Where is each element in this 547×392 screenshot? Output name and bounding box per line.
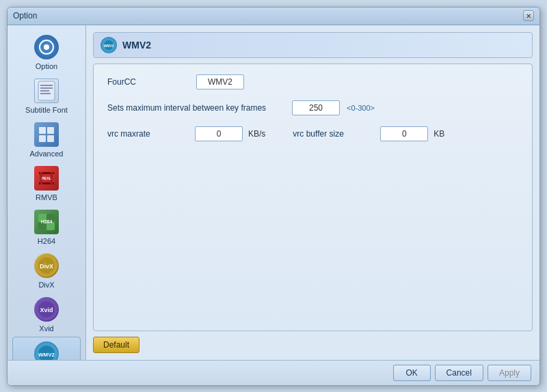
svg-rect-7	[39, 127, 46, 134]
option-icon	[34, 35, 59, 59]
svg-rect-10	[47, 135, 54, 142]
keyframe-label: Sets maximum interval between key frames	[107, 103, 285, 113]
vrc-buffersize-input[interactable]	[380, 126, 428, 141]
title-bar: Option ✕	[8, 8, 539, 25]
keyframe-row: Sets maximum interval between key frames…	[107, 100, 518, 115]
divx-icon: DivX	[34, 253, 59, 278]
rmvb-icon: REAL	[34, 166, 59, 191]
section-header-icon: WMV2	[101, 37, 117, 53]
sidebar-rmvb-label: RMVB	[36, 193, 57, 201]
bottom-bar: OK Cancel Apply	[8, 360, 539, 385]
ok-button[interactable]: OK	[393, 365, 431, 381]
sidebar-xvid-label: Xvid	[39, 324, 53, 333]
vrc-maxrate-label: vrc maxrate	[107, 129, 189, 139]
sidebar-item-advanced[interactable]: Advanced	[12, 118, 81, 160]
apply-button[interactable]: Apply	[488, 365, 531, 381]
cancel-button[interactable]: Cancel	[435, 365, 483, 381]
rmvb-icon-container: REAL	[33, 165, 60, 192]
fourcc-label: FourCC	[107, 77, 189, 87]
vrc-maxrate-group: vrc maxrate KB/s	[107, 126, 265, 141]
option-icon-container	[33, 33, 60, 61]
h264-icon: H264	[34, 210, 59, 234]
vrc-buffersize-label: vrc buffer size	[293, 129, 375, 139]
xvid-icon: Xvid	[34, 297, 59, 322]
svg-point-1	[44, 44, 49, 50]
sidebar-divx-label: DivX	[38, 281, 54, 289]
xvid-icon-container: Xvid	[33, 296, 60, 323]
default-button[interactable]: Default	[93, 337, 139, 353]
vrc-buffersize-unit: KB	[433, 129, 444, 139]
content-panel: FourCC Sets maximum interval between key…	[93, 64, 533, 331]
section-title: WMV2	[122, 40, 151, 51]
main-content: WMV2 WMV2 FourCC Sets maximum interval b…	[86, 25, 539, 360]
section-header: WMV2 WMV2	[93, 32, 533, 58]
sidebar-subtitle-label: Subtitle Font	[25, 106, 68, 114]
sidebar-item-h264[interactable]: H264 H264	[12, 206, 81, 248]
sidebar-item-subtitle-font[interactable]: Subtitle Font	[12, 74, 81, 117]
sidebar-item-option[interactable]: Option	[12, 31, 81, 73]
divx-icon-container: DivX	[33, 252, 60, 279]
h264-icon-container: H264	[33, 208, 60, 236]
svg-text:WMV2: WMV2	[104, 44, 114, 48]
sidebar-item-xvid[interactable]: Xvid Xvid	[12, 293, 81, 335]
advanced-icon	[34, 122, 59, 147]
wmv2-icon-container: WMV2	[33, 340, 60, 360]
svg-text:H264: H264	[41, 219, 53, 224]
vrc-maxrate-input[interactable]	[195, 126, 243, 141]
sidebar-option-label: Option	[36, 62, 57, 70]
keyframe-hint: <0-300>	[347, 104, 375, 112]
subtitle-icon	[34, 79, 59, 103]
svg-text:REAL: REAL	[42, 176, 51, 180]
sidebar: Option Subtitle Font	[8, 25, 86, 360]
svg-rect-8	[47, 127, 54, 134]
svg-text:WMV2: WMV2	[38, 352, 55, 358]
vrc-buffersize-group: vrc buffer size KB	[293, 126, 444, 141]
subtitle-icon-container	[33, 77, 60, 104]
advanced-icon-container	[33, 121, 60, 148]
vrc-maxrate-unit: KB/s	[248, 129, 265, 139]
fourcc-row: FourCC	[107, 74, 518, 89]
sidebar-item-wmv2[interactable]: WMV2 WMV2	[12, 337, 81, 360]
svg-rect-9	[39, 135, 46, 142]
default-row: Default	[93, 337, 533, 353]
sidebar-item-divx[interactable]: DivX DivX	[12, 249, 81, 292]
svg-text:DivX: DivX	[40, 263, 53, 270]
close-button[interactable]: ✕	[523, 10, 534, 21]
dialog-title: Option	[13, 11, 37, 20]
keyframe-input[interactable]	[292, 100, 340, 115]
sidebar-advanced-label: Advanced	[30, 150, 64, 158]
sidebar-h264-label: H264	[38, 237, 55, 245]
svg-text:Xvid: Xvid	[40, 307, 53, 313]
wmv2-icon: WMV2	[34, 341, 59, 360]
vrc-row: vrc maxrate KB/s vrc buffer size KB	[107, 126, 518, 141]
fourcc-input[interactable]	[196, 74, 244, 89]
sidebar-item-rmvb[interactable]: REAL RMVB	[12, 162, 81, 204]
option-dialog: Option ✕ Option	[7, 7, 540, 386]
dialog-body: Option Subtitle Font	[8, 25, 539, 360]
